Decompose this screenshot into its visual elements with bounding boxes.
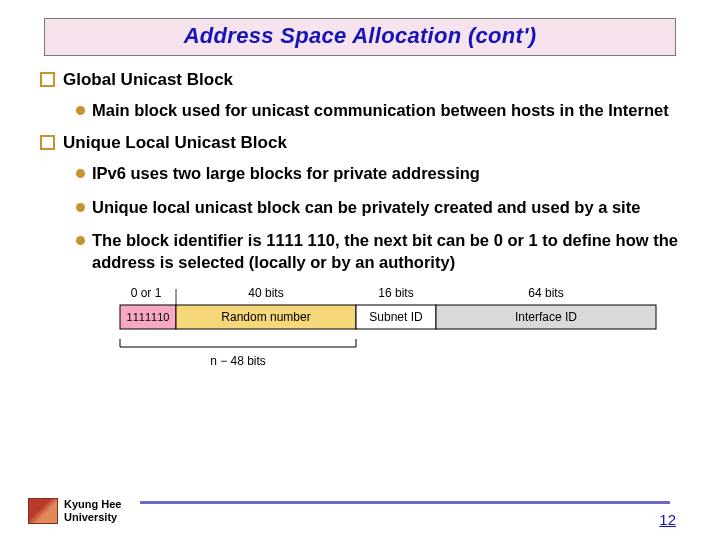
university-name: Kyung Hee University [64,498,121,523]
section-heading: Global Unicast Block [40,70,680,90]
dot-bullet-icon [76,169,85,178]
diag-top-label: 0 or 1 [131,286,162,300]
diag-field: Subnet ID [369,310,423,324]
diag-bottom-label: n − 48 bits [210,354,266,368]
diag-top-label: 16 bits [378,286,413,300]
diag-field: 1111110 [127,311,170,323]
square-bullet-icon [40,72,55,87]
university-line2: University [64,511,121,524]
footer-divider [140,501,670,504]
page-number: 12 [659,511,676,528]
dot-bullet-icon [76,236,85,245]
bullet-text: The block identifier is 1111 110, the ne… [92,230,680,273]
section-heading-text: Global Unicast Block [63,70,233,90]
university-logo-icon [28,498,58,524]
dot-bullet-icon [76,203,85,212]
square-bullet-icon [40,135,55,150]
diag-top-label: 40 bits [248,286,283,300]
dot-bullet-icon [76,106,85,115]
slide: Address Space Allocation (cont') Global … [0,0,720,540]
address-format-diagram: 0 or 1 40 bits 16 bits 64 bits 1111110 R… [110,285,670,371]
diag-field: Random number [221,310,310,324]
footer: Kyung Hee University 12 [0,484,720,530]
bullet-item: The block identifier is 1111 110, the ne… [76,230,680,273]
bullet-item: Unique local unicast block can be privat… [76,197,680,218]
bullet-text: Unique local unicast block can be privat… [92,197,640,218]
bullet-text: IPv6 uses two large blocks for private a… [92,163,480,184]
university-block: Kyung Hee University [28,498,121,524]
bullet-item: Main block used for unicast communicatio… [76,100,680,121]
bullet-text: Main block used for unicast communicatio… [92,100,669,121]
university-line1: Kyung Hee [64,498,121,511]
title-bar: Address Space Allocation (cont') [44,18,676,56]
section-heading-text: Unique Local Unicast Block [63,133,287,153]
slide-title: Address Space Allocation (cont') [184,23,537,48]
diag-field: Interface ID [515,310,577,324]
diag-top-label: 64 bits [528,286,563,300]
bullet-item: IPv6 uses two large blocks for private a… [76,163,680,184]
section-heading: Unique Local Unicast Block [40,133,680,153]
